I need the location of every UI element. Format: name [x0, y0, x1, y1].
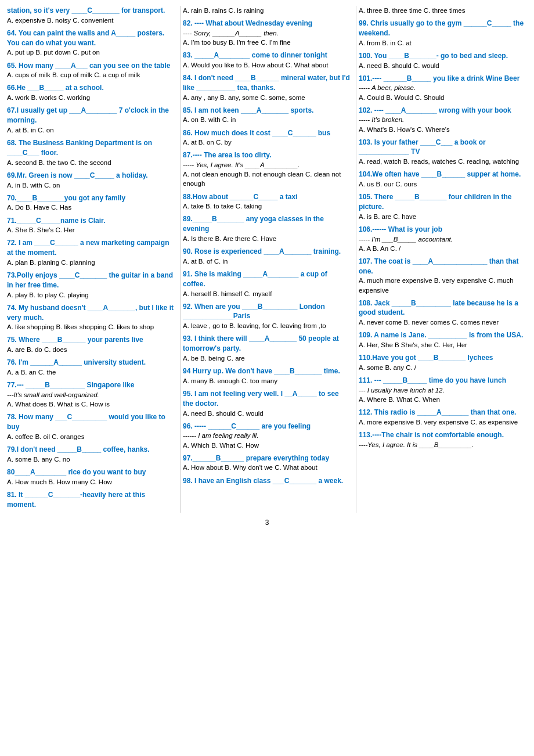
answer-options: A. herself B. himself C. myself	[183, 289, 351, 298]
question-title: station, so it's very ____C_______ for t…	[7, 6, 175, 16]
answer-options: A. expensive B. noisy C. convenient	[7, 16, 175, 25]
sub-answer: ----- I'm ___B_____ accountant.	[359, 235, 527, 244]
question-block: 92. When are you ____B_________ London _…	[183, 302, 351, 331]
question-title: 112. This radio is _____A_______ than th…	[359, 408, 527, 417]
question-block: 102. ---- ____A________ wrong with your …	[359, 106, 527, 134]
question-block: 88.How about ______C_____ a taxiA. take …	[183, 192, 351, 211]
question-title: 95. I am not feeling very well. I __A___…	[183, 389, 351, 409]
question-block: 83. _____A________ come to dinner tonigh…	[183, 51, 351, 70]
answer-options: A. Do B. Have C. Has	[7, 203, 175, 212]
question-title: 90. Rose is experienced ____A_______ tra…	[183, 247, 351, 257]
answer-options: A. read, watch B. reads, watches C. read…	[359, 157, 527, 166]
question-title: 74. My husband doesn't ____A_______, but…	[7, 303, 175, 323]
question-block: 111. --- _____B_____ time do you have lu…	[359, 376, 527, 404]
question-block: 66.He ___B_____ at a school.A. work B. w…	[7, 83, 175, 102]
page-number: 3	[5, 519, 529, 527]
answer-options: A. second B. the two C. the second	[7, 158, 175, 167]
question-block: 76. I'm ______A______ university student…	[7, 358, 175, 377]
question-title: 69.Mr. Green is now ____C_____ a holiday…	[7, 171, 175, 181]
sub-answer: ------ I am feeling really ill.	[183, 431, 351, 440]
answer-options: A. much more expensive B. very expensive…	[359, 276, 527, 294]
answer-options: A. work B. works C. working	[7, 93, 175, 102]
question-title: 110.Have you got ____B_______ lychees	[359, 353, 527, 363]
column-1: station, so it's very ____C_______ for t…	[5, 6, 178, 513]
answer-options: A. Would you like to B. How about C. Wha…	[183, 60, 351, 70]
question-title: 113.----The chair is not comfortable eno…	[359, 430, 527, 440]
question-block: 67.I usually get up ___A________ 7 o'clo…	[7, 106, 175, 135]
question-block: 82. ---- What about Wednesday evening---…	[183, 19, 351, 47]
question-block: 96. ----- ______C______ are you feeling-…	[183, 422, 351, 450]
answer-options: A. a B. an C. the	[7, 368, 175, 377]
question-title: 89._____B_______ any yoga classes in the…	[183, 214, 351, 234]
sub-answer: ----- Yes, I agree. It's ____A_________.	[183, 160, 351, 170]
question-block: 97.______B______ prepare everything toda…	[183, 453, 351, 473]
question-block: 94 Hurry up. We don't have ____B_______ …	[183, 366, 351, 386]
answer-options: A. on B. with C. in	[183, 115, 351, 124]
question-title: 91. She is making _____A________ a cup o…	[183, 269, 351, 289]
question-title: 83. _____A________ come to dinner tonigh…	[183, 51, 351, 60]
question-block: 103. Is your father ____C___ a book or _…	[359, 138, 527, 167]
question-block: 98. I have an English class ___C_______ …	[183, 476, 351, 486]
answer-options: A. A B. An C. /	[359, 244, 527, 253]
question-title: 103. Is your father ____C___ a book or _…	[359, 138, 527, 157]
question-title: 64. You can paint the walls and A_____ p…	[7, 28, 175, 48]
question-title: 104.We often have ____B______ supper at …	[359, 170, 527, 179]
question-block: 64. You can paint the walls and A_____ p…	[7, 28, 175, 57]
question-title: 79.I don't need _____B_____ coffee, hank…	[7, 445, 175, 455]
question-block: 71._____C_____name is Clair.A. She B. Sh…	[7, 216, 175, 235]
question-block: 100. You ____B_______- go to bed and sle…	[359, 51, 527, 70]
question-title: 94 Hurry up. We don't have ____B_______ …	[183, 366, 351, 376]
question-block: 91. She is making _____A________ a cup o…	[183, 269, 351, 298]
answer-options: A. I'm too busy B. I'm free C. I'm fine	[183, 38, 351, 47]
answer-options: A. She B. She's C. Her	[7, 225, 175, 235]
question-title: 78. How many ___C_________ would you lik…	[7, 412, 175, 432]
question-title: 80____A________ rice do you want to buy	[7, 467, 175, 477]
question-block: 93. I think there will ____A_______ 50 p…	[183, 334, 351, 363]
answer-options: A. not clean enough B. not enough clean …	[183, 170, 351, 188]
answer-options: A. Which B. What C. How	[183, 441, 351, 450]
question-title: 81. It ______C_______-heavily here at th…	[7, 490, 175, 510]
answer-options: A. rain B. rains C. is raining	[183, 6, 351, 15]
answer-options: A. are B. do C. does	[7, 345, 175, 354]
question-block: A. three B. three time C. three times	[359, 6, 527, 15]
question-block: A. rain B. rains C. is raining	[183, 6, 351, 15]
answer-options: A. take B. to take C. taking	[183, 201, 351, 211]
question-block: 105. There _____B_______ four children i…	[359, 192, 527, 221]
answer-options: A. any , any B. any, some C. some, some	[183, 93, 351, 102]
question-block: 84. I don't need ____B______ mineral wat…	[183, 73, 351, 102]
answer-options: A. three B. three time C. three times	[359, 6, 527, 15]
question-block: 113.----The chair is not comfortable eno…	[359, 430, 527, 449]
question-title: 84. I don't need ____B______ mineral wat…	[183, 73, 351, 93]
question-block: 86. How much does it cost ____C______ bu…	[183, 128, 351, 147]
question-block: 81. It ______C_______-heavily here at th…	[7, 490, 175, 510]
answer-options: A. What's B. How's C. Where's	[359, 125, 527, 134]
question-title: 93. I think there will ____A_______ 50 p…	[183, 334, 351, 354]
answer-options: A. put up B. put down C. put on	[7, 48, 175, 57]
answer-options: A. need B. should C. would	[359, 61, 527, 70]
question-block: 89._____B_______ any yoga classes in the…	[183, 214, 351, 243]
question-title: 108. Jack _____B_________ late because h…	[359, 298, 527, 318]
answer-options: A. more expensive B. very expensive C. a…	[359, 417, 527, 427]
question-block: 85. I am not keen ____A_______ sports.A.…	[183, 106, 351, 125]
question-title: 100. You ____B_______- go to bed and sle…	[359, 51, 527, 61]
question-block: 90. Rose is experienced ____A_______ tra…	[183, 247, 351, 266]
question-title: 68. The Business Banking Department is o…	[7, 138, 175, 158]
question-block: 87.---- The area is too dirty.----- Yes,…	[183, 150, 351, 188]
question-title: 73.Polly enjoys ____C_______ the guitar …	[7, 271, 175, 290]
sub-answer: ----- A beer, please.	[359, 83, 527, 92]
question-block: station, so it's very ____C_______ for t…	[7, 6, 175, 25]
answer-options: A. Her, She B She's, she C. Her, Her	[359, 340, 527, 350]
question-title: 76. I'm ______A______ university student…	[7, 358, 175, 368]
question-title: 66.He ___B_____ at a school.	[7, 83, 175, 93]
question-block: 78. How many ___C_________ would you lik…	[7, 412, 175, 441]
sub-answer: --- I usually have lunch at 12.	[359, 386, 527, 395]
answer-options: A. What does B. What is C. How is	[7, 399, 175, 409]
question-title: 67.I usually get up ___A________ 7 o'clo…	[7, 106, 175, 125]
question-title: 65. How many ____A___ can you see on the…	[7, 61, 175, 71]
answer-options: A. be B. being C. are	[183, 354, 351, 363]
question-block: 73.Polly enjoys ____C_______ the guitar …	[7, 271, 175, 300]
question-block: 108. Jack _____B_________ late because h…	[359, 298, 527, 327]
answer-options: A. Is there B. Are there C. Have	[183, 234, 351, 243]
question-title: 82. ---- What about Wednesday evening	[183, 19, 351, 28]
question-block: 104.We often have ____B______ supper at …	[359, 170, 527, 189]
